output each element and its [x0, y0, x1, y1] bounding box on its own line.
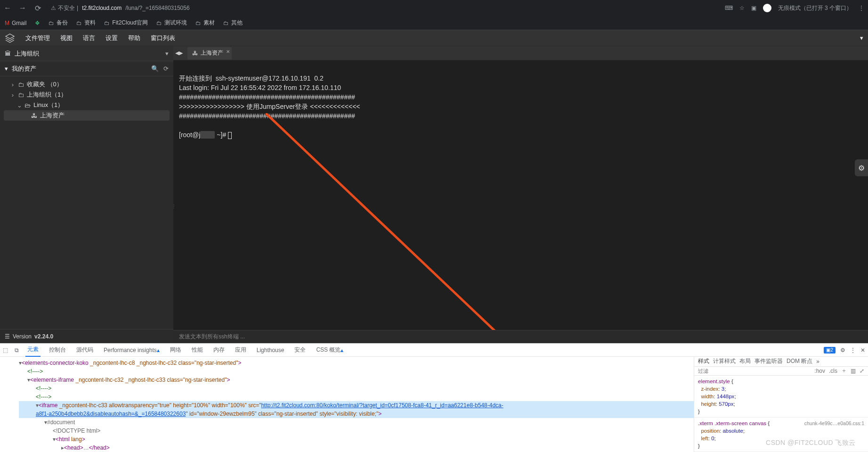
annotation-arrow-icon [266, 113, 586, 330]
resize-handle-icon[interactable]: ⋮ [173, 202, 176, 211]
my-assets-header[interactable]: ▾ 我的资产 🔍 ⟳ [0, 61, 173, 76]
back-icon[interactable]: ← [4, 4, 11, 12]
styles-tab-styles[interactable]: 样式 [698, 357, 709, 365]
tree-label: 上海组织（1） [27, 90, 67, 99]
folder-icon: 🗀 [18, 81, 24, 88]
bookmark-fit2cloud[interactable]: 🗀Fit2Cloud官网 [104, 19, 147, 27]
styles-pin-icon[interactable]: ⤢ [860, 368, 864, 374]
tree-org[interactable]: › 🗀 上海组织（1） [4, 90, 170, 100]
bookmark-testenv[interactable]: 🗀测试环境 [156, 19, 187, 27]
css-source-link[interactable]: chunk-4e99c…e0a06.css:1 [804, 419, 864, 427]
device-toggle-icon[interactable]: ⧉ [15, 347, 19, 353]
dt-tab-sources[interactable]: 源代码 [74, 344, 95, 357]
bookmark-docs[interactable]: 🗀资料 [76, 19, 96, 27]
styles-tab-more[interactable]: » [816, 358, 819, 365]
avatar-icon[interactable] [763, 4, 771, 12]
topbar-dropdown-icon[interactable]: ▾ [860, 34, 863, 41]
add-rule-icon[interactable]: ＋ [841, 367, 847, 375]
terminal-line: 开始连接到 ssh-systemuser@172.16.10.191 0.2 [179, 74, 324, 82]
version-bar: ☰ Version v2.24.0 [0, 329, 173, 343]
menu-windows[interactable]: 窗口列表 [151, 34, 175, 42]
app-logo-icon[interactable] [5, 33, 15, 43]
bookmark-backup[interactable]: 🗀备份 [49, 19, 68, 27]
forward-icon[interactable]: → [19, 4, 26, 12]
folder-open-icon: 🗁 [24, 102, 31, 109]
folder-icon: 🗀 [18, 91, 24, 99]
bookmark-gmail[interactable]: MGmail [5, 20, 26, 26]
dt-tab-memory[interactable]: 内存 [211, 344, 227, 357]
bookmark-star-icon[interactable]: ☆ [739, 5, 745, 11]
watermark-text: CSDN @FIT2CLOUD 飞致云 [766, 439, 856, 447]
styles-view-icon[interactable]: ▥ [851, 368, 856, 374]
url-host: t2.fit2cloud.com [82, 5, 122, 11]
styles-tab-layout[interactable]: 布局 [739, 357, 751, 365]
styles-tab-computed[interactable]: 计算样式 [713, 357, 736, 365]
bookmark-item[interactable]: ❖ [35, 20, 40, 26]
terminal-tab[interactable]: 🖧 上海资产 ✕ [187, 47, 232, 59]
kebab-menu-icon[interactable]: ⋮ [859, 5, 864, 11]
tab-label: 上海资产 [201, 49, 223, 57]
tree-linux[interactable]: ⌄ 🗁 Linux（1） [4, 100, 170, 110]
gear-icon: ⚙ [858, 164, 865, 173]
gmail-icon: M [5, 20, 9, 26]
styles-tab-dombreak[interactable]: DOM 断点 [787, 357, 812, 365]
menu-view[interactable]: 视图 [60, 34, 73, 42]
chevron-down-icon[interactable]: ▾ [165, 50, 169, 57]
translate-icon[interactable]: ⌨ [725, 5, 733, 11]
styles-filter-input[interactable] [698, 368, 811, 374]
terminal-output[interactable]: 开始连接到 ssh-systemuser@172.16.10.191 0.2 L… [173, 60, 868, 330]
sidebar: 🏛 上海组织 ▾ ▾ 我的资产 🔍 ⟳ › 🗀 收藏夹 （0） › 🗀 上海组织… [0, 46, 173, 343]
org-icon: 🏛 [5, 50, 11, 57]
terminal-tab-bar: ◀▶ 🖧 上海资产 ✕ [173, 46, 868, 60]
dt-tab-security[interactable]: 安全 [292, 344, 308, 357]
insecure-badge: ⚠ 不安全 | [51, 4, 78, 12]
tree-asset-shanghai[interactable]: 🖧 上海资产 [4, 110, 170, 121]
elements-tree[interactable]: ▾<elements-connector-koko _ngcontent-lhc… [0, 357, 694, 452]
devtools-kebab-icon[interactable]: ⋮ [850, 347, 856, 353]
inspect-icon[interactable]: ⬚ [3, 347, 8, 353]
reload-icon[interactable]: ⟳ [34, 4, 41, 13]
tree-favorites[interactable]: › 🗀 收藏夹 （0） [4, 79, 170, 90]
menu-file[interactable]: 文件管理 [25, 34, 50, 42]
dt-tab-console[interactable]: 控制台 [47, 344, 68, 357]
version-label: Version [13, 333, 32, 340]
dt-tab-application[interactable]: 应用 [233, 344, 248, 357]
dt-tab-lighthouse[interactable]: Lighthouse [255, 344, 286, 357]
styles-tab-listeners[interactable]: 事件监听器 [754, 357, 783, 365]
dt-tab-perf-insights[interactable]: Performance insights ▴ [102, 344, 162, 357]
css-rule-element-style[interactable]: element.style { z-index: 3; width: 1448p… [694, 376, 868, 418]
org-selector[interactable]: 🏛 上海组织 ▾ [0, 46, 173, 61]
hov-toggle[interactable]: :hov [814, 368, 825, 374]
folder-icon: 🗀 [49, 20, 54, 26]
dt-tab-css-overview[interactable]: CSS 概览 ▴ [314, 344, 345, 357]
bookmark-assets-folder[interactable]: 🗀素材 [195, 19, 215, 27]
folder-icon: 🗀 [104, 20, 110, 26]
dt-tab-elements[interactable]: 元素 [25, 344, 41, 357]
dt-tab-performance[interactable]: 性能 [190, 344, 205, 357]
dt-tab-network[interactable]: 网络 [168, 344, 183, 357]
menu-settings[interactable]: 设置 [105, 34, 118, 42]
terminal-line: ########################################… [179, 112, 355, 120]
close-icon[interactable]: ✕ [226, 49, 230, 54]
settings-float-button[interactable]: ⚙ [855, 159, 868, 176]
devtools-settings-icon[interactable]: ⚙ [840, 347, 845, 353]
send-all-bar[interactable]: 发送文本到所有ssh终端 ... [173, 330, 868, 343]
refresh-icon[interactable]: ⟳ [163, 65, 169, 72]
site-icon: ❖ [35, 20, 40, 26]
issues-badge[interactable]: ▣ 2 [824, 347, 836, 353]
chevron-down-icon: ▾ [5, 65, 8, 72]
menu-help[interactable]: 帮助 [128, 34, 140, 42]
bookmark-other[interactable]: 🗀其他 [223, 19, 243, 27]
styles-tabs: 样式 计算样式 布局 事件监听器 DOM 断点 » [694, 357, 868, 367]
devtools-panel: ⬚ ⧉ 元素 控制台 源代码 Performance insights ▴ 网络… [0, 343, 868, 452]
caret-down-icon: ⌄ [17, 102, 22, 109]
cls-toggle[interactable]: .cls [829, 368, 837, 374]
address-bar[interactable]: ⚠ 不安全 | t2.fit2cloud.com/luna/?_=1658480… [46, 2, 720, 14]
folder-icon: 🗀 [76, 20, 82, 26]
devtools-close-icon[interactable]: ✕ [860, 347, 865, 353]
tab-nav-icons[interactable]: ◀▶ [175, 50, 183, 56]
menu-language[interactable]: 语言 [83, 34, 95, 42]
my-assets-label: 我的资产 [12, 65, 36, 73]
extensions-icon[interactable]: ▣ [751, 5, 756, 11]
search-icon[interactable]: 🔍 [151, 65, 159, 72]
